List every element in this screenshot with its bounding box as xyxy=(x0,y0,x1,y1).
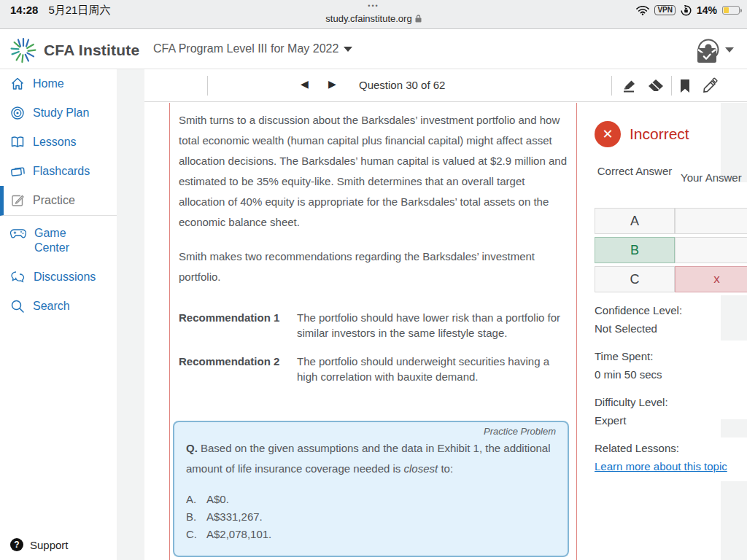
home-icon xyxy=(10,77,25,91)
answer-cell-a: A xyxy=(595,208,675,234)
vignette-paragraph: Smith turns to a discussion about the Ba… xyxy=(179,110,569,233)
result-status: ✕ Incorrect xyxy=(595,121,689,147)
your-answer-cell-c-wrong: x xyxy=(675,266,747,292)
question-counter: Question 30 of 62 xyxy=(359,79,445,91)
sidebar-item-label: Search xyxy=(33,299,70,314)
stat-value: 0 min 50 secs xyxy=(595,365,727,384)
brand-name: CFA Institute xyxy=(44,42,139,59)
stat-label: Time Spent: xyxy=(595,347,727,365)
sidebar-item-practice[interactable]: Practice xyxy=(0,186,117,216)
question-stats: Confidence Level: Not Selected Time Spen… xyxy=(595,301,727,485)
tab-dots: ••• xyxy=(0,2,747,9)
answer-cell-b-correct: B xyxy=(595,237,675,263)
your-answer-cell-b xyxy=(675,237,747,263)
sidebar-item-label: Study Plan xyxy=(33,106,89,120)
recommendation-text: The portfolio should underweight securit… xyxy=(297,354,569,384)
rotation-lock-icon xyxy=(681,5,692,16)
sidebar: Home Study Plan Lessons Flashcards Pract… xyxy=(0,69,117,560)
chevron-down-icon xyxy=(344,47,352,52)
notes-pencil-icon[interactable] xyxy=(700,77,719,96)
sidebar-item-search[interactable]: Search xyxy=(0,292,117,321)
wifi-icon xyxy=(636,6,649,15)
chat-bubbles-icon xyxy=(10,270,26,284)
address-bar[interactable]: study.cfainstitute.org xyxy=(0,13,747,24)
cfa-starburst-icon xyxy=(9,36,38,65)
sidebar-item-label: Game Center xyxy=(34,226,82,255)
incorrect-x-icon: ✕ xyxy=(595,121,621,147)
sidebar-item-game-center[interactable]: Game Center xyxy=(0,219,88,262)
sidebar-gutter xyxy=(117,69,144,560)
recommendations-table: Recommendation 1 The portfolio should ha… xyxy=(179,310,569,384)
sidebar-item-label: Discussions xyxy=(34,270,96,284)
your-answer-column-header: Your Answer xyxy=(681,171,747,184)
pencil-square-icon xyxy=(10,193,25,208)
your-answer-cell-a xyxy=(675,208,747,234)
chevron-down-icon xyxy=(725,47,734,52)
sidebar-item-study-plan[interactable]: Study Plan xyxy=(0,98,117,128)
recommendation-text: The portfolio should have lower risk tha… xyxy=(297,310,569,341)
next-question-button[interactable]: ▶ xyxy=(328,78,336,90)
stat-label: Confidence Level: xyxy=(595,301,727,319)
result-panel: ✕ Incorrect Correct Answer Your Answer A… xyxy=(577,103,747,560)
sidebar-item-label: Flashcards xyxy=(33,164,90,179)
bookmark-icon[interactable] xyxy=(676,77,694,96)
vpn-badge: VPN xyxy=(654,5,676,15)
battery-percent: 14% xyxy=(697,4,717,16)
support-label: Support xyxy=(30,539,69,551)
question-stem: Q. Based on the given assumptions and th… xyxy=(186,438,556,479)
cfa-logo: CFA Institute xyxy=(9,36,139,65)
question-toolbar: ◀ ▶ Question 30 of 62 xyxy=(144,69,747,102)
target-icon xyxy=(10,106,25,120)
battery-icon xyxy=(722,6,740,15)
correct-answer-column-header: Correct Answer xyxy=(595,162,675,180)
related-lessons-label: Related Lessons: xyxy=(595,439,727,457)
support-button[interactable]: ? Support xyxy=(10,538,69,551)
app-header: CFA Institute CFA Program Level III for … xyxy=(0,30,747,69)
recommendation-label: Recommendation 2 xyxy=(179,354,288,384)
sidebar-item-label: Lessons xyxy=(33,135,77,149)
stat-value: Expert xyxy=(595,411,727,429)
help-icon: ? xyxy=(10,538,23,551)
practice-problem-tag: Practice Problem xyxy=(186,426,556,437)
answer-option-a: A.A$0. xyxy=(186,491,556,508)
ssl-lock-icon xyxy=(415,15,422,23)
stat-label: Difficulty Level: xyxy=(595,393,727,411)
content-left-border xyxy=(169,103,170,560)
book-icon xyxy=(10,135,25,149)
answer-cell-c: C xyxy=(595,266,675,292)
sidebar-item-home[interactable]: Home xyxy=(0,69,117,98)
search-icon xyxy=(10,299,25,314)
vignette-paragraph: Smith makes two recommendations regardin… xyxy=(179,246,569,287)
app-screen: 14:28 5月21日周六 ••• study.cfainstitute.org… xyxy=(0,0,747,560)
answer-option-b: B.A$331,267. xyxy=(186,508,556,526)
program-selector[interactable]: CFA Program Level III for May 2022 xyxy=(153,42,352,55)
eraser-icon[interactable] xyxy=(646,77,665,96)
gamepad-icon xyxy=(10,226,26,241)
sidebar-item-discussions[interactable]: Discussions xyxy=(0,262,117,292)
related-lessons-link[interactable]: Learn more about this topic xyxy=(595,457,727,475)
highlighter-icon[interactable] xyxy=(620,77,639,96)
result-status-label: Incorrect xyxy=(630,125,689,143)
sidebar-item-lessons[interactable]: Lessons xyxy=(0,128,117,157)
cloud-sync-icon[interactable] xyxy=(697,46,716,65)
practice-problem-box: Practice Problem Q. Based on the given a… xyxy=(173,421,569,557)
answer-option-c: C.A$2,078,101. xyxy=(186,526,556,543)
sidebar-item-flashcards[interactable]: Flashcards xyxy=(0,157,117,186)
stat-value: Not Selected xyxy=(595,319,727,338)
flashcards-icon xyxy=(10,164,25,179)
sidebar-item-label: Practice xyxy=(33,193,75,208)
recommendation-label: Recommendation 1 xyxy=(179,310,288,341)
previous-question-button[interactable]: ◀ xyxy=(301,78,309,90)
status-bar: 14:28 5月21日周六 ••• study.cfainstitute.org… xyxy=(0,0,747,29)
sidebar-item-label: Home xyxy=(33,77,64,91)
